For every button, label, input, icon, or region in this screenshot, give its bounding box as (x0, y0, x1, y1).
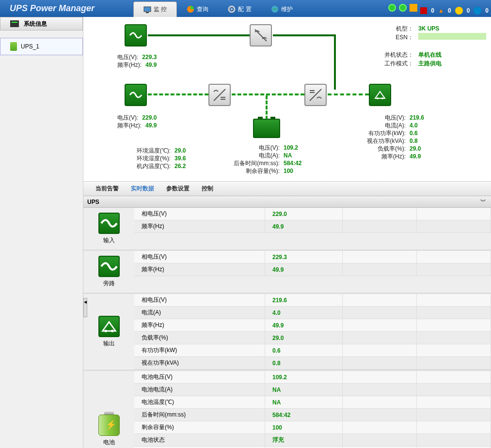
subtab-alarm[interactable]: 当前告警 (95, 185, 119, 193)
table-row: 电池温度(℃)NA (134, 396, 491, 409)
battery-readings: 电压(V):109.2 电流(A):NA 后备时间(mm:ss):584:42 … (231, 144, 301, 175)
table-row: 后备时间(mm:ss)584:42 (134, 409, 491, 421)
output-readings: 电压(V):219.6 电流(A):4.0 有功功率(kW):0.6 视在功率(… (362, 114, 424, 160)
globe-icon (271, 5, 279, 13)
param-name: 剩余容量(%) (134, 421, 265, 433)
bypass-down (334, 34, 336, 90)
chat-icon[interactable] (399, 4, 407, 12)
param-value: 4.0 (265, 307, 343, 319)
subtab-realtime[interactable]: 实时数据 (131, 185, 154, 193)
table-row: 频率(Hz)49.9 (134, 220, 491, 233)
batt-line (266, 95, 268, 120)
group-icon: ⚡电池 (83, 371, 134, 448)
table-row: 频率(Hz)49.9 (134, 319, 491, 332)
param-name: 相电压(V) (134, 294, 265, 306)
alarm-status: 0 ▲0 0 0 (420, 7, 489, 15)
system-icon (10, 20, 19, 27)
warn-icon: ▲ (438, 7, 444, 14)
param-name: 电流(A) (134, 307, 265, 319)
svg-point-4 (231, 8, 233, 10)
group-title: 旁路 (103, 279, 115, 288)
param-name: 相电压(V) (134, 251, 265, 263)
table-row: 负载率(%)29.0 (134, 332, 491, 344)
pie-icon (187, 5, 194, 13)
table-row: 有功功率(kW)0.6 (134, 344, 491, 357)
group-rows: 电池电压(V)109.2电池电流(A)NA电池温度(℃)NA后备时间(mm:ss… (134, 371, 491, 448)
tab-monitor[interactable]: 监 控 (133, 1, 177, 17)
param-value: 100 (265, 421, 343, 433)
svg-point-16 (111, 330, 113, 332)
group-输入: 输入相电压(V)229.0频率(Hz)49.9 (83, 208, 491, 251)
param-name: 频率(Hz) (134, 263, 265, 276)
input-source-block (125, 84, 147, 106)
battery-block (253, 119, 280, 138)
load-icon (98, 316, 120, 337)
minor-icon (455, 7, 463, 15)
param-value: NA (265, 396, 343, 408)
rectifier-block (208, 84, 231, 106)
section-header[interactable]: UPS ︾ (83, 196, 491, 208)
tab-query[interactable]: 查询 (177, 1, 218, 17)
svg-point-15 (104, 330, 107, 332)
group-旁路: 旁路相电压(V)229.3频率(Hz)49.9 (83, 251, 491, 294)
group-icon: 旁路 (83, 251, 134, 293)
param-value: 0.6 (265, 344, 343, 356)
param-value: 229.0 (265, 208, 343, 220)
sidebar-toggle[interactable]: ◂ (83, 298, 87, 317)
svg-rect-0 (144, 7, 151, 12)
env-readings: 环境温度(℃):29.0 环境湿度(%):39.6 机内温度(℃):26.2 (132, 147, 186, 170)
table-row: 电池电流(A)NA (134, 384, 491, 396)
param-name: 电池状态 (134, 434, 265, 446)
svg-point-13 (377, 97, 379, 99)
logout-icon[interactable] (410, 4, 417, 12)
sidebar: 系统信息 UPS_1 (0, 17, 83, 448)
svg-point-14 (381, 97, 383, 99)
header-right: 0 ▲0 0 0 (388, 1, 489, 15)
app-header: UPS Power Manager 监 控 查询 配 置 维护 0 ▲0 0 0 (0, 0, 491, 17)
content-area: ◂ 电压(V):229.3 频率(Hz):49.9 电压(V):229.0 (83, 17, 491, 448)
table-row: 电流(A)4.0 (134, 307, 491, 319)
group-icon: 输出 (83, 294, 134, 370)
app-logo: UPS Power Manager (0, 3, 133, 14)
help-icon[interactable] (388, 4, 396, 12)
main-tabs: 监 控 查询 配 置 维护 (133, 0, 302, 17)
critical-icon (420, 7, 427, 14)
subtab-control[interactable]: 控制 (202, 185, 213, 193)
tab-config[interactable]: 配 置 (218, 1, 261, 17)
param-name: 电池温度(℃) (134, 396, 265, 408)
sidebar-item-ups1[interactable]: UPS_1 (0, 38, 83, 55)
table-row: 相电压(V)229.0 (134, 208, 491, 220)
gear-icon (228, 5, 236, 13)
group-电池: ⚡电池电池电压(V)109.2电池电流(A)NA电池温度(℃)NA后备时间(mm… (83, 371, 491, 448)
table-row: 相电压(V)229.3 (134, 251, 491, 263)
param-name: 频率(Hz) (134, 319, 265, 331)
subtab-param[interactable]: 参数设置 (166, 185, 190, 193)
param-name: 有功功率(kW) (134, 344, 265, 356)
bypass-switch-block (250, 24, 272, 46)
sidebar-header[interactable]: 系统信息 (0, 17, 83, 31)
data-table-area: 输入相电压(V)229.0频率(Hz)49.9旁路相电压(V)229.3频率(H… (83, 208, 491, 448)
param-value: 229.3 (265, 251, 343, 263)
group-输出: 输出相电压(V)219.6电流(A)4.0频率(Hz)49.9负载率(%)29.… (83, 294, 491, 371)
input-line (148, 93, 208, 95)
param-name: 电池电流(A) (134, 384, 265, 396)
group-title: 电池 (103, 438, 115, 447)
input-readings: 电压(V):229.0 频率(Hz):49.9 (117, 114, 157, 129)
group-title: 输出 (103, 340, 115, 348)
sine-icon (98, 256, 120, 277)
param-value: 584:42 (265, 409, 343, 421)
load-block (369, 84, 391, 106)
power-diagram: 电压(V):229.3 频率(Hz):49.9 电压(V):229.0 频率(H… (83, 17, 491, 182)
device-info: 机型：3K UPS ESN： 并机状态：单机在线 工作模式：主路供电 (384, 24, 486, 68)
esn-redacted (418, 33, 486, 40)
monitor-icon (143, 6, 151, 14)
group-rows: 相电压(V)219.6电流(A)4.0频率(Hz)49.9负载率(%)29.0有… (134, 294, 491, 370)
param-value: 29.0 (265, 332, 343, 344)
group-icon: 输入 (83, 208, 134, 249)
param-value: 49.9 (265, 319, 343, 331)
chevron-down-icon: ︾ (480, 198, 486, 206)
param-name: 电池电压(V) (134, 371, 265, 383)
param-name: 相电压(V) (134, 208, 265, 220)
inverter-block (304, 84, 327, 106)
tab-maintain[interactable]: 维护 (261, 1, 302, 17)
